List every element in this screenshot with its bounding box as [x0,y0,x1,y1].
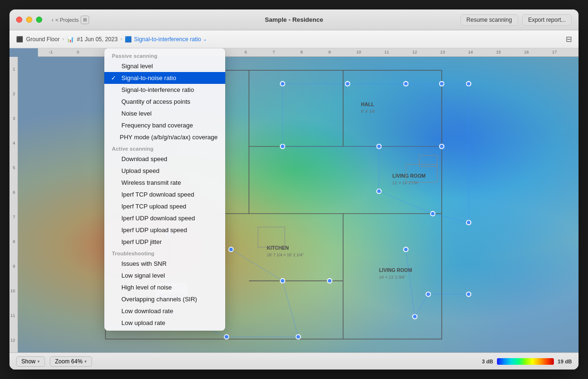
floor-icon: ⬛ [16,36,23,43]
menu-item-overlapping-channels[interactable]: Overlapping channels (SIR) [104,293,225,305]
ruler-mark-h-neg1: -1 [47,50,75,55]
show-label: Show [21,358,36,365]
back-projects-button[interactable]: ‹ < Projects [52,17,79,23]
menu-item-iperf-udp-download-label: Iperf UDP download speed [121,215,195,222]
zoom-chevron-icon: ▾ [84,359,87,364]
menu-item-issues-snr[interactable]: Issues with SNR [104,258,225,270]
bottom-bar: Show ▾ Zoom 64% ▾ 3 dB 19 dB [9,352,579,370]
menu-item-wireless-transmit[interactable]: Wireless transmit rate [104,177,225,189]
menu-item-high-noise-label: High level of noise [121,284,172,291]
menu-item-upload-speed[interactable]: Upload speed [104,165,225,177]
breadcrumb-sep-1: › [63,36,64,42]
menu-item-quantity-access-points[interactable]: Quantity of access points [104,96,225,108]
menu-item-signal-level-label: Signal level [121,63,153,70]
traffic-lights [16,17,42,23]
nav-buttons: ‹ < Projects ⊞ [52,16,89,24]
menu-item-noise-level-label: Noise level [121,110,152,117]
menu-item-signal-level[interactable]: Signal level [104,60,225,72]
maximize-button[interactable] [36,17,42,23]
menu-item-frequency-band[interactable]: Frequency band coverage [104,119,225,131]
menu-item-iperf-tcp-download[interactable]: Iperf TCP download speed [104,189,225,200]
minimize-button[interactable] [26,17,32,23]
menu-item-upload-speed-label: Upload speed [121,167,159,174]
menu-item-phy-mode[interactable]: PHY mode (a/b/g/n/ac/ax) coverage [104,131,225,143]
metric-color-icon: 🟦 [125,36,132,43]
color-legend: 3 dB 19 dB [482,358,572,365]
passive-section-label: Passive scanning [104,50,225,60]
menu-item-signal-to-interference[interactable]: Signal-to-interference ratio [104,84,225,96]
menu-item-low-download[interactable]: Low download rate [104,305,225,317]
filter-icon[interactable]: ⊟ [566,35,572,43]
ruler-left: 1 2 3 4 5 6 7 8 9 10 11 12 [9,57,18,352]
menu-item-low-upload[interactable]: Low upload rate [104,317,225,329]
menu-item-iperf-udp-upload[interactable]: Iperf UDP upload speed [104,224,225,236]
menu-item-low-signal[interactable]: Low signal level [104,270,225,281]
menu-item-quantity-access-points-label: Quantity of access points [121,98,190,105]
breadcrumb-scan[interactable]: 📊 #1 Jun 05, 2023 [67,36,118,43]
svg-text:14' × 11' 2 3/4": 14' × 11' 2 3/4" [379,275,405,280]
show-button[interactable]: Show ▾ [16,356,45,367]
main-window: ‹ < Projects ⊞ Sample - Residence Resume… [9,9,579,370]
export-report-button[interactable]: Export report... [522,14,572,26]
toolbar-right: ⊟ [566,35,572,44]
svg-text:KITCHEN: KITCHEN [267,245,289,251]
menu-item-iperf-udp-jitter[interactable]: Iperf UDP jitter [104,236,225,248]
ruler-mark-h-15: 15 [495,50,523,55]
ruler-mark-h-16: 16 [523,50,551,55]
titlebar-actions: Resume scanning Export report... [460,14,572,26]
menu-item-phy-mode-label: PHY mode (a/b/g/n/ac/ax) coverage [120,134,218,141]
svg-rect-20 [419,155,437,167]
ruler-mark-h-0: 0 [75,50,103,55]
ruler-mark-v-12: 12 [10,328,17,352]
ruler-mark-v-8: 8 [13,229,17,254]
scan-label: #1 Jun 05, 2023 [77,36,118,43]
projects-label: < Projects [55,17,79,23]
zoom-button[interactable]: Zoom 64% ▾ [50,356,92,367]
menu-item-signal-to-noise[interactable]: ✓ Signal-to-noise ratio [104,72,225,84]
ruler-mark-v-6: 6 [13,180,17,205]
menu-item-iperf-tcp-upload-label: Iperf TCP upload speed [121,203,186,210]
ruler-mark-v-7: 7 [13,205,17,229]
ruler-mark-h-7: 7 [271,50,299,55]
menu-item-iperf-udp-download[interactable]: Iperf UDP download speed [104,212,225,224]
ruler-mark-h-10: 10 [355,50,383,55]
menu-item-download-speed[interactable]: Download speed [104,153,225,165]
menu-item-high-noise[interactable]: High level of noise [104,281,225,293]
active-section-label: Active scanning [104,143,225,153]
floor-plan-svg: HALL 6' 4' 1/4 LIVING ROOM 11' × 14' 2'7… [18,57,579,352]
ruler-mark-h-11: 11 [383,50,411,55]
ruler-mark-v-1: 1 [13,57,17,81]
ruler-mark-v-10: 10 [10,279,17,303]
menu-item-low-upload-label: Low upload rate [121,319,165,326]
svg-text:LIVING ROOM: LIVING ROOM [379,268,412,273]
window-title: Sample - Residence [265,16,323,23]
resume-scanning-button[interactable]: Resume scanning [460,14,518,26]
svg-text:11' × 14' 2'7/8": 11' × 14' 2'7/8" [393,180,419,185]
close-button[interactable] [16,17,22,23]
breadcrumb-metric[interactable]: 🟦 Signal-to-interference ratio ⌄ [125,36,206,43]
svg-point-39 [327,279,331,283]
dropdown-menu: Passive scanning Signal level ✓ Signal-t… [104,48,225,331]
menu-item-issues-snr-label: Issues with SNR [121,260,166,267]
back-icon: ‹ [52,17,54,23]
menu-item-iperf-udp-jitter-label: Iperf UDP jitter [121,238,162,245]
menu-item-iperf-tcp-upload[interactable]: Iperf TCP upload speed [104,200,225,212]
legend-max-label: 19 dB [558,359,572,364]
menu-item-signal-to-interference-label: Signal-to-interference ratio [121,86,194,93]
menu-item-wireless-transmit-label: Wireless transmit rate [121,179,181,186]
layout-icon[interactable]: ⊞ [81,16,89,24]
legend-min-label: 3 dB [482,359,493,364]
legend-gradient [497,358,554,365]
svg-text:16' 7 1/4 × 16' 2 1/4": 16' 7 1/4 × 16' 2 1/4" [267,253,303,257]
ruler-mark-h-8: 8 [299,50,327,55]
menu-item-download-speed-label: Download speed [121,155,167,162]
breadcrumb-floor[interactable]: ⬛ Ground Floor [16,36,60,43]
menu-item-low-download-label: Low download rate [121,307,173,315]
svg-text:HALL: HALL [361,102,374,107]
ruler-mark-v-11: 11 [10,303,17,328]
menu-item-noise-level[interactable]: Noise level [104,108,225,119]
check-mark-signal-to-noise: ✓ [111,74,119,81]
ruler-mark-h-6: 6 [243,50,271,55]
menu-item-iperf-udp-upload-label: Iperf UDP upload speed [121,226,187,234]
menu-item-overlapping-channels-label: Overlapping channels (SIR) [121,296,197,303]
